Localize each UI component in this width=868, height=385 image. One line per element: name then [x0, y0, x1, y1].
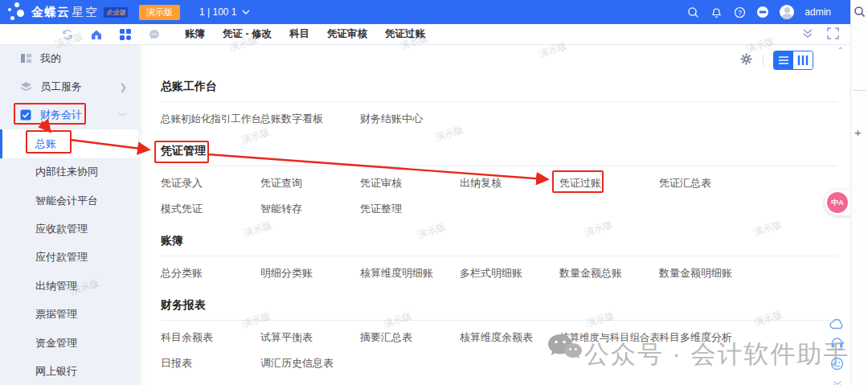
strip-search-icon[interactable]	[854, 6, 866, 21]
menu-link[interactable]: 核算维度余额表	[460, 330, 559, 345]
section-title: 账簿	[161, 233, 850, 248]
sidebar-item-label: 网上银行	[35, 364, 77, 379]
translate-tab[interactable]: 中A	[825, 190, 852, 215]
kingdee-logo-icon	[7, 2, 28, 22]
tab-5[interactable]: 凭证过账	[385, 27, 425, 41]
sidebar-item-label: 员工服务	[40, 80, 82, 94]
tab-bar: 账簿凭证 - 修改科目凭证审核凭证过账	[0, 24, 850, 45]
username: admin	[805, 6, 831, 18]
menu-link[interactable]: 总账初始化指引工作台	[161, 113, 260, 126]
modules-icon	[20, 52, 32, 64]
account-label: 1 | 100 1	[199, 6, 237, 18]
account-switcher[interactable]: 1 | 100 1	[199, 6, 250, 18]
menu-link[interactable]: 核算维度明细账	[360, 266, 460, 281]
demo-badge: 演示版	[139, 5, 180, 20]
sidebar-item-9[interactable]: 出纳管理	[0, 272, 138, 300]
list-view-toggle[interactable]	[774, 51, 793, 69]
menu-link[interactable]: 凭证过账	[559, 176, 659, 190]
section-4: 财务报表科目余额表试算平衡表摘要汇总表核算维度余额表核算维度与科目组合表科目多维…	[161, 297, 850, 381]
sync-icon[interactable]	[61, 28, 74, 41]
sidebar: 我的员工服务❯财务会计﹀总账内部往来协同智能会计平台应收款管理应付款管理出纳管理…	[0, 44, 138, 385]
menu-link[interactable]: 日报表	[161, 356, 260, 371]
sidebar-item-7[interactable]: 应收款管理	[0, 215, 138, 243]
menu-link[interactable]: 总账数字看板	[260, 112, 360, 126]
sidebar-item-label: 我的	[40, 51, 61, 66]
brand-bold: 金蝶云	[31, 5, 70, 18]
sidebar-item-6[interactable]: 智能会计平台	[0, 186, 138, 215]
bell-icon[interactable]	[710, 6, 723, 18]
sidebar-item-label: 内部往来协同	[35, 165, 98, 179]
menu-link[interactable]: 凭证整理	[360, 202, 460, 216]
section-1: 总账工作台总账初始化指引工作台总账数字看板财务结账中心	[161, 79, 850, 137]
menu-link[interactable]: 凭证录入	[161, 176, 260, 190]
sidebar-item-label: 出纳管理	[35, 279, 77, 293]
scroll-up-arrow[interactable]: ⌃	[837, 46, 844, 55]
column-view-toggle[interactable]	[793, 51, 813, 69]
tab-2[interactable]: 凭证 - 修改	[223, 27, 272, 41]
view-toggle	[773, 51, 813, 70]
section-2: 凭证管理凭证录入凭证查询凭证审核出纳复核凭证过账凭证汇总表模式凭证智能转存凭证整…	[161, 143, 850, 227]
sidebar-item-3[interactable]: 财务会计﹀	[0, 101, 138, 129]
help-icon[interactable]: ?	[733, 6, 746, 18]
menu-link[interactable]: 智能转存	[260, 202, 360, 216]
menu-link[interactable]: 凭证审核	[360, 176, 460, 190]
sidebar-item-label: 总账	[35, 137, 56, 151]
sidebar-item-5[interactable]: 内部往来协同	[0, 158, 138, 186]
headset-icon[interactable]	[830, 337, 844, 353]
chevron-right-icon: ❯	[120, 82, 127, 92]
smiley-icon[interactable]	[830, 357, 844, 374]
browser-side-strip: +	[850, 0, 868, 385]
sidebar-item-label: 财务会计	[40, 108, 82, 122]
menu-link[interactable]: 调汇历史信息表	[260, 356, 360, 371]
menu-link[interactable]: 数量金额总账	[559, 266, 659, 281]
tab-1[interactable]: 账簿	[185, 27, 205, 41]
menu-link[interactable]: 明细分类账	[260, 266, 360, 281]
status-icon[interactable]	[756, 6, 769, 18]
sidebar-item-12[interactable]: 网上银行	[0, 357, 138, 385]
menu-link[interactable]: 凭证查询	[260, 176, 360, 190]
menu-link[interactable]: 试算平衡表	[260, 330, 360, 345]
layers-icon	[20, 81, 32, 93]
strip-divider	[854, 90, 866, 91]
menu-link[interactable]: 核算维度与科目组合表	[559, 331, 659, 345]
settings-gear-icon[interactable]	[739, 52, 753, 69]
apps-grid-icon[interactable]	[119, 28, 132, 41]
menu-link[interactable]: 出纳复核	[460, 176, 559, 190]
sidebar-item-4[interactable]: 总账	[0, 129, 138, 158]
sidebar-item-11[interactable]: 资金管理	[0, 329, 138, 357]
tab-3[interactable]: 科目	[289, 27, 309, 41]
sidebar-item-10[interactable]: 票据管理	[0, 301, 138, 329]
section-3: 账簿总分类账明细分类账核算维度明细账多栏式明细账数量金额总账数量金额明细账	[161, 233, 850, 291]
collapse-chevrons-icon[interactable]	[832, 378, 843, 385]
checkbox-icon[interactable]	[20, 109, 32, 121]
chevron-down-icon	[242, 10, 250, 14]
section-title: 财务报表	[161, 297, 850, 313]
sidebar-item-label: 资金管理	[35, 336, 77, 350]
strip-plus-icon[interactable]: +	[854, 125, 862, 139]
chevron-down-icon: ﹀	[118, 109, 127, 121]
menu-link[interactable]: 财务结账中心	[360, 112, 460, 126]
menu-link[interactable]: 总分类账	[161, 266, 260, 281]
sidebar-item-1[interactable]: 我的	[0, 44, 138, 72]
chat-icon[interactable]	[148, 28, 161, 41]
divider	[763, 55, 764, 66]
collapse-double-chevron-icon[interactable]	[801, 27, 814, 43]
menu-link[interactable]: 数量金额明细账	[659, 266, 759, 281]
open-tabs: 账簿凭证 - 修改科目凭证审核凭证过账	[185, 27, 425, 41]
menu-link[interactable]: 模式凭证	[161, 202, 260, 216]
sidebar-item-2[interactable]: 员工服务❯	[0, 72, 138, 100]
section-title: 凭证管理	[161, 143, 850, 158]
menu-link[interactable]: 科目余额表	[161, 330, 260, 345]
sidebar-item-label: 应收款管理	[35, 222, 88, 236]
avatar[interactable]	[780, 5, 794, 19]
fullscreen-icon[interactable]	[827, 27, 839, 43]
tab-4[interactable]: 凭证审核	[327, 27, 367, 41]
search-icon[interactable]	[686, 6, 699, 18]
home-icon[interactable]	[90, 28, 103, 41]
menu-link[interactable]: 凭证汇总表	[659, 176, 759, 190]
cloud-icon[interactable]	[829, 318, 845, 333]
menu-link[interactable]: 摘要汇总表	[360, 330, 460, 345]
menu-link[interactable]: 科目多维度分析	[659, 330, 759, 345]
sidebar-item-8[interactable]: 应付款管理	[0, 244, 138, 272]
menu-link[interactable]: 多栏式明细账	[460, 266, 559, 281]
